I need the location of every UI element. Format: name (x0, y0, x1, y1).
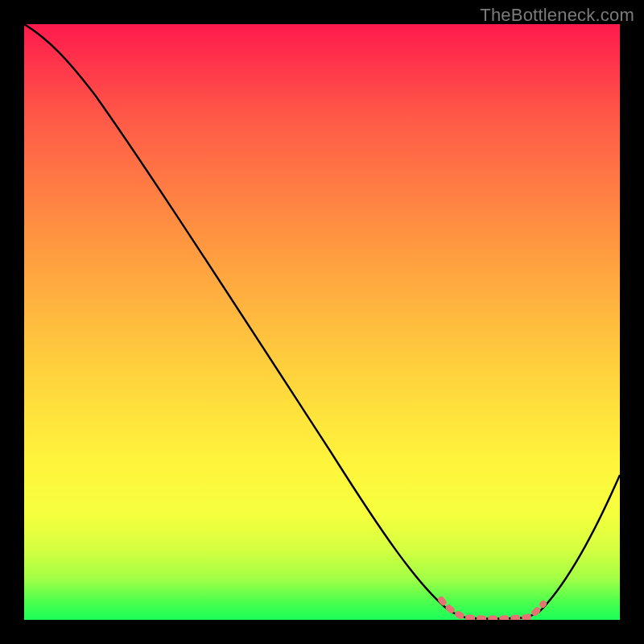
plot-area (24, 24, 620, 620)
bottleneck-curve-path (24, 24, 620, 619)
chart-frame: TheBottleneck.com (0, 0, 644, 644)
optimal-range-highlight-path (441, 600, 543, 619)
watermark-text: TheBottleneck.com (480, 5, 634, 26)
chart-svg (24, 24, 620, 620)
